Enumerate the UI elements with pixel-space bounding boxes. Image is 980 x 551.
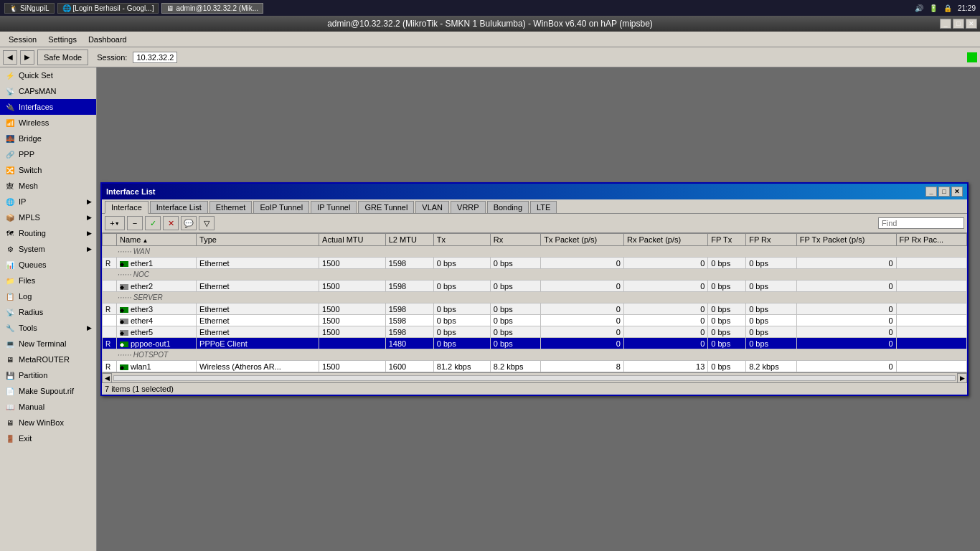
safe-mode-button[interactable]: Safe Mode <box>37 50 88 65</box>
menu-session[interactable]: Session <box>3 34 42 45</box>
table-row[interactable]: ⋯⋯ HOTSPOT <box>103 349 967 361</box>
rx-pkt: 0 <box>627 305 705 314</box>
fp-tx: 0 bps <box>711 259 730 268</box>
window-close[interactable]: ✕ <box>951 187 963 197</box>
fp-tx: 0 bps <box>711 339 730 348</box>
sidebar-item-exit[interactable]: 🚪 Exit <box>0 430 96 446</box>
sidebar-item-make-supout[interactable]: 📄 Make Supout.rif <box>0 383 96 399</box>
new-winbox-icon: 🖥 <box>4 417 16 428</box>
col-header-tx-pkt[interactable]: Tx Packet (p/s) <box>541 234 624 246</box>
window-minimize[interactable]: _ <box>925 187 937 197</box>
table-row[interactable]: ⋯⋯ WAN <box>103 246 967 258</box>
sidebar-item-radius[interactable]: 📡 Radius <box>0 304 96 320</box>
scroll-left-arrow[interactable]: ◀ <box>102 373 112 383</box>
tab-ethernet[interactable]: Ethernet <box>209 201 253 213</box>
sidebar-item-ip[interactable]: 🌐 IP <box>0 194 96 209</box>
tab-vrrp[interactable]: VRRP <box>451 201 486 213</box>
col-header-type[interactable]: Type <box>197 234 319 246</box>
col-header-name[interactable] <box>103 234 117 246</box>
disable-button[interactable]: ✕ <box>163 216 179 230</box>
search-input[interactable] <box>878 217 964 229</box>
tab-vlan[interactable]: VLAN <box>415 201 449 213</box>
tab-eoip-tunnel[interactable]: EoIP Tunnel <box>253 201 309 213</box>
col-header-name2[interactable]: Name <box>117 234 197 246</box>
sidebar-item-ppp[interactable]: 🔗 PPP <box>0 146 96 162</box>
col-header-rx-pkt[interactable]: Rx Packet (p/s) <box>623 234 707 246</box>
sidebar-item-tools[interactable]: 🔧 Tools <box>0 320 96 336</box>
table-row[interactable]: ⋯⋯ NOC <box>103 269 967 281</box>
sidebar-item-capsman[interactable]: 📡 CAPsMAN <box>0 83 96 99</box>
table-row[interactable]: R◆pppoe-out1PPPoE Client14800 bps0 bps00… <box>103 338 967 349</box>
sidebar-item-switch[interactable]: 🔀 Switch <box>0 162 96 178</box>
interface-table-container[interactable]: Name Type Actual MTU L2 MTU Tx Rx Tx Pac… <box>102 233 967 372</box>
taskbar-chrome-login[interactable]: 🌐[Login Berhasil - Googl...] <box>57 3 159 14</box>
table-row[interactable]: R◆wlan1Wireless (Atheros AR...1500160081… <box>103 361 967 372</box>
fp-tx-pkt: 0 <box>800 305 893 314</box>
sidebar-item-wireless[interactable]: 📶 Wireless <box>0 115 96 131</box>
fp-tx-pkt: 0 <box>800 259 893 268</box>
horizontal-scrollbar[interactable]: ◀ ▶ <box>102 372 967 382</box>
menu-dashboard[interactable]: Dashboard <box>83 34 133 45</box>
scroll-right-arrow[interactable]: ▶ <box>957 373 967 383</box>
enable-button[interactable]: ✓ <box>145 216 161 230</box>
sidebar-item-bridge[interactable]: 🌉 Bridge <box>0 131 96 146</box>
sidebar-item-system[interactable]: ⚙ System <box>0 241 96 257</box>
table-row[interactable]: R◆ether3Ethernet150015980 bps0 bps000 bp… <box>103 303 967 315</box>
l2-mtu: 1480 <box>389 339 406 348</box>
sidebar-item-queues[interactable]: 📊 Queues <box>0 257 96 273</box>
tab-gre-tunnel[interactable]: GRE Tunnel <box>358 201 414 213</box>
sidebar-item-quickset[interactable]: ⚡ Quick Set <box>0 67 96 83</box>
scroll-track[interactable] <box>113 375 956 381</box>
iface-type: Ethernet <box>199 316 230 325</box>
col-header-fp-tx[interactable]: FP Tx <box>708 234 746 246</box>
comment-button[interactable]: 💬 <box>181 216 197 230</box>
sidebar-item-log[interactable]: 📋 Log <box>0 288 96 304</box>
iface-name: ◆ether4 <box>120 316 153 325</box>
menu-settings[interactable]: Settings <box>42 34 83 45</box>
filter-button[interactable]: ▽ <box>199 216 215 230</box>
col-header-tx[interactable]: Tx <box>433 234 490 246</box>
table-row[interactable]: ◆ether4Ethernet150015980 bps0 bps000 bps… <box>103 315 967 326</box>
taskbar-penguin[interactable]: 🐧SiNgupiL <box>4 3 55 14</box>
col-header-fp-rx[interactable]: FP Rx <box>746 234 797 246</box>
system-clock: 21:29 <box>958 4 976 12</box>
close-button[interactable]: ✕ <box>966 19 977 29</box>
l2-mtu: 1598 <box>389 282 406 291</box>
sidebar-item-manual[interactable]: 📖 Manual <box>0 399 96 415</box>
tab-lte[interactable]: LTE <box>530 201 557 213</box>
sidebar-item-new-winbox[interactable]: 🖥 New WinBox <box>0 415 96 430</box>
restore-button[interactable]: □ <box>953 19 964 29</box>
tab-interface[interactable]: Interface <box>105 201 149 214</box>
sidebar-item-mpls[interactable]: 📦 MPLS <box>0 209 96 225</box>
forward-button[interactable]: ▶ <box>20 50 34 65</box>
col-header-fp-rx-pac[interactable]: FP Rx Pac... <box>896 234 966 246</box>
sidebar-item-partition[interactable]: 💾 Partition <box>0 367 96 383</box>
terminal-icon: 💻 <box>4 338 16 349</box>
sidebar-item-routing[interactable]: 🗺 Routing <box>0 225 96 241</box>
sidebar-item-interfaces[interactable]: 🔌 Interfaces <box>0 99 96 115</box>
sidebar-item-mesh[interactable]: 🕸 Mesh <box>0 178 96 194</box>
remove-button[interactable]: − <box>127 216 143 230</box>
tab-bonding[interactable]: Bonding <box>487 201 529 213</box>
sidebar-item-new-terminal[interactable]: 💻 New Terminal <box>0 336 96 352</box>
window-restore[interactable]: □ <box>938 187 950 197</box>
col-header-rx[interactable]: Rx <box>490 234 541 246</box>
col-header-fp-tx-pkt[interactable]: FP Tx Packet (p/s) <box>796 234 896 246</box>
sidebar-item-metarouter[interactable]: 🖥 MetaROUTER <box>0 352 96 367</box>
win-toolbar: +▼ − ✓ ✕ 💬 ▽ <box>102 214 967 233</box>
queues-icon: 📊 <box>4 259 16 270</box>
table-row[interactable]: ◆ether5Ethernet150015980 bps0 bps000 bps… <box>103 326 967 338</box>
col-header-l2-mtu[interactable]: L2 MTU <box>385 234 433 246</box>
table-row[interactable]: R◆ether1Ethernet150015980 bps0 bps000 bp… <box>103 258 967 269</box>
col-header-actual-mtu[interactable]: Actual MTU <box>319 234 386 246</box>
back-button[interactable]: ◀ <box>3 50 17 65</box>
tab-interface-list[interactable]: Interface List <box>150 201 208 213</box>
add-button[interactable]: +▼ <box>105 216 125 230</box>
tab-ip-tunnel[interactable]: IP Tunnel <box>311 201 357 213</box>
group-label: ⋯⋯ NOC <box>117 270 149 278</box>
table-row[interactable]: ⋯⋯ SERVER <box>103 292 967 303</box>
table-row[interactable]: ◆ether2Ethernet150015980 bps0 bps000 bps… <box>103 281 967 292</box>
sidebar-item-files[interactable]: 📁 Files <box>0 273 96 288</box>
taskbar-winbox[interactable]: 🖥admin@10.32.32.2 (Mik... <box>161 3 263 14</box>
minimize-button[interactable]: _ <box>940 19 951 29</box>
